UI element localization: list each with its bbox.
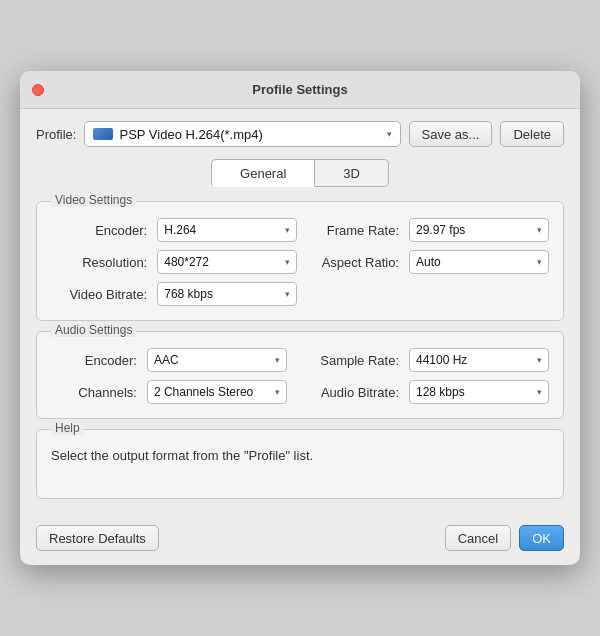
audio-encoder-select[interactable]: AAC ▾ [147,348,287,372]
save-as-button[interactable]: Save as... [409,121,493,147]
profile-value: PSP Video H.264(*.mp4) [119,127,262,142]
profile-row: Profile: PSP Video H.264(*.mp4) ▾ Save a… [36,121,564,147]
chevron-down-icon: ▾ [275,355,280,365]
chevron-down-icon: ▾ [537,355,542,365]
channels-value: 2 Channels Stereo [154,385,253,399]
tab-3d[interactable]: 3D [315,159,389,187]
audio-bitrate-label: Audio Bitrate: [293,385,403,400]
delete-button[interactable]: Delete [500,121,564,147]
chevron-down-icon: ▾ [387,129,392,139]
frame-rate-label: Frame Rate: [303,223,403,238]
encoder-select[interactable]: H.264 ▾ [157,218,297,242]
sample-rate-label: Sample Rate: [293,353,403,368]
encoder-label: Encoder: [51,223,151,238]
resolution-select[interactable]: 480*272 ▾ [157,250,297,274]
profile-select-inner: PSP Video H.264(*.mp4) [93,127,262,142]
profile-label: Profile: [36,127,76,142]
chevron-down-icon: ▾ [537,257,542,267]
profile-settings-window: Profile Settings Profile: PSP Video H.26… [20,71,580,565]
window-title: Profile Settings [252,82,347,97]
sample-rate-value: 44100 Hz [416,353,467,367]
channels-label: Channels: [51,385,141,400]
traffic-lights [32,84,44,96]
video-bitrate-label: Video Bitrate: [51,287,151,302]
help-section: Help Select the output format from the "… [36,429,564,499]
chevron-down-icon: ▾ [285,257,290,267]
close-button[interactable] [32,84,44,96]
cancel-button[interactable]: Cancel [445,525,511,551]
profile-select[interactable]: PSP Video H.264(*.mp4) ▾ [84,121,400,147]
resolution-label: Resolution: [51,255,151,270]
video-bitrate-select[interactable]: 768 kbps ▾ [157,282,297,306]
aspect-ratio-value: Auto [416,255,441,269]
aspect-ratio-label: Aspect Ratio: [303,255,403,270]
tabs-row: General 3D [36,159,564,187]
chevron-down-icon: ▾ [285,225,290,235]
frame-rate-value: 29.97 fps [416,223,465,237]
aspect-ratio-select[interactable]: Auto ▾ [409,250,549,274]
main-content: Profile: PSP Video H.264(*.mp4) ▾ Save a… [20,109,580,515]
encoder-value: H.264 [164,223,196,237]
ok-button[interactable]: OK [519,525,564,551]
resolution-value: 480*272 [164,255,209,269]
audio-encoder-value: AAC [154,353,179,367]
bottom-bar: Restore Defaults Cancel OK [20,515,580,565]
titlebar: Profile Settings [20,71,580,109]
video-bitrate-value: 768 kbps [164,287,213,301]
frame-rate-select[interactable]: 29.97 fps ▾ [409,218,549,242]
help-text: Select the output format from the "Profi… [51,448,549,463]
audio-settings-title: Audio Settings [51,323,136,337]
chevron-down-icon: ▾ [285,289,290,299]
bottom-right-buttons: Cancel OK [445,525,564,551]
channels-select[interactable]: 2 Channels Stereo ▾ [147,380,287,404]
audio-settings-section: Audio Settings Encoder: AAC ▾ Sample Rat… [36,331,564,419]
tab-general[interactable]: General [211,159,315,187]
chevron-down-icon: ▾ [537,225,542,235]
help-title: Help [51,421,84,435]
chevron-down-icon: ▾ [537,387,542,397]
profile-icon [93,128,113,140]
sample-rate-select[interactable]: 44100 Hz ▾ [409,348,549,372]
video-settings-title: Video Settings [51,193,136,207]
restore-defaults-button[interactable]: Restore Defaults [36,525,159,551]
video-settings-section: Video Settings Encoder: H.264 ▾ Frame Ra… [36,201,564,321]
chevron-down-icon: ▾ [275,387,280,397]
audio-bitrate-value: 128 kbps [416,385,465,399]
audio-bitrate-select[interactable]: 128 kbps ▾ [409,380,549,404]
audio-encoder-label: Encoder: [51,353,141,368]
